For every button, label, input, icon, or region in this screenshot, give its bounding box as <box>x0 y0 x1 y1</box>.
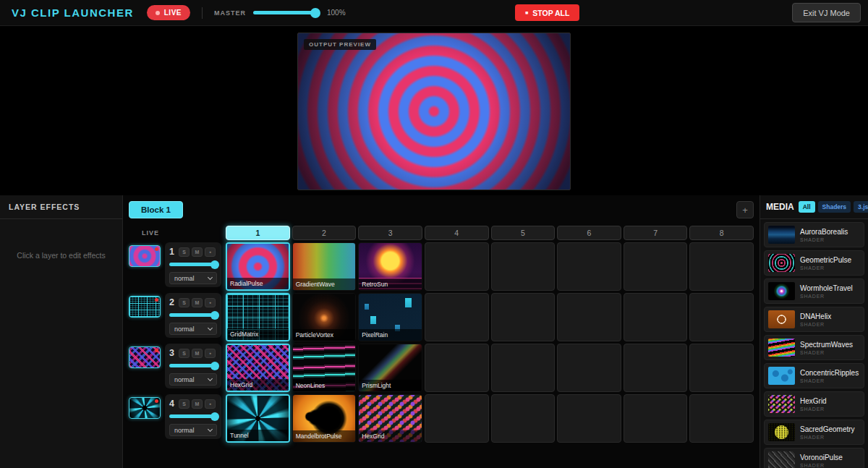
clip-slot-empty[interactable] <box>491 344 556 392</box>
media-name: DNAHelix <box>800 312 831 320</box>
column-trigger-3[interactable]: 3 <box>358 226 422 240</box>
media-name: ConcentricRipples <box>800 369 859 377</box>
mute-button[interactable]: M <box>192 247 203 257</box>
solo-button[interactable]: S <box>179 399 190 409</box>
live-badge[interactable]: LIVE <box>147 5 190 20</box>
clip-slot-empty[interactable] <box>425 394 489 443</box>
layer-1-thumbnail[interactable] <box>129 245 161 267</box>
solo-button[interactable]: S <box>179 349 190 358</box>
chevron-down-icon <box>208 426 213 431</box>
monitor-dot-button[interactable]: ● <box>205 247 216 257</box>
exit-vj-mode-button[interactable]: Exit VJ Mode <box>792 3 861 22</box>
column-trigger-5[interactable]: 5 <box>491 226 556 240</box>
layer-slider-thumb[interactable] <box>210 412 219 421</box>
clip-slot-empty[interactable] <box>624 344 688 392</box>
media-item-concentricripples[interactable]: ConcentricRipples SHADER <box>764 363 864 388</box>
media-thumbnail <box>768 367 795 385</box>
stop-all-label: STOP ALL <box>532 9 569 17</box>
master-slider-thumb[interactable] <box>310 8 320 18</box>
clip-slot-empty[interactable] <box>689 394 754 443</box>
layer-3-thumbnail[interactable] <box>129 346 161 368</box>
clip-slot-empty[interactable] <box>557 293 621 341</box>
monitor-dot-button[interactable]: ● <box>205 349 216 358</box>
clip-slot-empty[interactable] <box>425 344 489 392</box>
layer-opacity-slider[interactable] <box>169 364 217 367</box>
clip-gradientwave[interactable]: GradientWave <box>292 242 357 291</box>
layer-opacity-slider[interactable] <box>169 414 217 418</box>
clip-neonlines[interactable]: NeonLines <box>292 344 357 392</box>
master-label: MASTER <box>214 9 246 17</box>
clip-slot-empty[interactable] <box>491 293 556 341</box>
mute-button[interactable]: M <box>192 399 203 409</box>
layer-effects-panel: LAYER EFFECTS Click a layer to edit effe… <box>0 195 123 468</box>
clip-retrosun[interactable]: RetroSun <box>358 242 422 291</box>
clip-slot-empty[interactable] <box>491 242 556 291</box>
clip-slot-empty[interactable] <box>557 242 621 291</box>
layer-2-thumbnail[interactable] <box>129 296 161 318</box>
clip-slot-empty[interactable] <box>689 344 754 392</box>
clip-slot-empty[interactable] <box>624 242 688 291</box>
clip-prismlight[interactable]: PrismLight <box>358 344 422 392</box>
media-item-geometricpulse[interactable]: GeometricPulse SHADER <box>764 250 864 276</box>
master-volume-slider[interactable] <box>253 11 315 14</box>
blend-mode-select[interactable]: normal <box>169 272 217 284</box>
deck-grid: LIVE 1 2 3 4 5 6 7 8 <box>129 226 754 443</box>
clip-hexgrid-dots[interactable]: HexGrid <box>358 394 422 443</box>
clip-tunnel[interactable]: Tunnel <box>226 394 290 443</box>
clip-slot-empty[interactable] <box>425 293 489 341</box>
clip-name: RetroSun <box>359 278 422 290</box>
layer-slider-thumb[interactable] <box>210 260 219 269</box>
clip-hexgrid[interactable]: HexGrid <box>226 344 290 392</box>
clip-slot-empty[interactable] <box>624 293 688 341</box>
media-item-auroraborealis[interactable]: AuroraBorealis SHADER <box>764 222 864 247</box>
layer-slider-thumb[interactable] <box>210 362 219 370</box>
clip-slot-empty[interactable] <box>425 242 489 291</box>
clip-radialpulse[interactable]: RadialPulse <box>226 242 290 291</box>
monitor-dot-button[interactable]: ● <box>205 298 216 307</box>
media-type: SHADER <box>800 463 843 468</box>
layer-4-thumbnail[interactable] <box>129 397 161 419</box>
filter-all[interactable]: All <box>799 201 815 213</box>
column-trigger-4[interactable]: 4 <box>425 226 489 240</box>
clip-slot-empty[interactable] <box>557 394 621 443</box>
layer-row-3: 3 S M ● normal HexGrid <box>129 344 754 392</box>
clip-name: RadialPulse <box>227 278 289 289</box>
solo-button[interactable]: S <box>179 298 190 307</box>
clip-slot-empty[interactable] <box>624 394 688 443</box>
layer-slider-thumb[interactable] <box>210 311 219 320</box>
column-trigger-1[interactable]: 1 <box>226 226 290 240</box>
clip-mandelbrotpulse[interactable]: MandelbrotPulse <box>292 394 357 443</box>
clip-gridmatrix[interactable]: GridMatrix <box>226 293 290 341</box>
media-name: GeometricPulse <box>800 256 851 264</box>
solo-button[interactable]: S <box>179 247 190 257</box>
media-item-hexgrid[interactable]: HexGrid SHADER <box>764 391 864 417</box>
clip-pixelrain[interactable]: PixelRain <box>358 293 422 341</box>
clip-slot-empty[interactable] <box>689 293 754 341</box>
column-trigger-8[interactable]: 8 <box>689 226 754 240</box>
blend-mode-select[interactable]: normal <box>169 373 217 386</box>
blend-mode-select[interactable]: normal <box>169 424 217 436</box>
clip-particlevortex[interactable]: ParticleVortex <box>292 293 357 341</box>
block-tab[interactable]: Block 1 <box>129 201 183 218</box>
blend-mode-select[interactable]: normal <box>169 323 217 335</box>
stop-all-button[interactable]: ■ STOP ALL <box>515 4 579 21</box>
media-item-dnahelix[interactable]: DNAHelix SHADER <box>764 307 864 332</box>
clip-slot-empty[interactable] <box>491 394 556 443</box>
mute-button[interactable]: M <box>192 298 203 307</box>
media-item-sacredgeometry[interactable]: SacredGeometry SHADER <box>764 420 864 445</box>
mute-button[interactable]: M <box>192 349 203 358</box>
column-trigger-2[interactable]: 2 <box>292 226 357 240</box>
add-block-button[interactable]: + <box>736 201 754 218</box>
clip-slot-empty[interactable] <box>689 242 754 291</box>
media-item-wormholetravel[interactable]: WormholeTravel SHADER <box>764 278 864 304</box>
media-item-spectrumwaves[interactable]: SpectrumWaves SHADER <box>764 335 864 360</box>
monitor-dot-button[interactable]: ● <box>205 399 216 409</box>
layer-opacity-slider[interactable] <box>169 313 217 317</box>
column-trigger-7[interactable]: 7 <box>624 226 688 240</box>
layer-opacity-slider[interactable] <box>169 263 217 266</box>
filter-3js[interactable]: 3.js <box>854 201 868 213</box>
clip-slot-empty[interactable] <box>557 344 621 392</box>
column-trigger-6[interactable]: 6 <box>557 226 621 240</box>
media-item-voronoipulse[interactable]: VoronoiPulse SHADER <box>764 448 864 468</box>
filter-shaders[interactable]: Shaders <box>818 201 851 213</box>
